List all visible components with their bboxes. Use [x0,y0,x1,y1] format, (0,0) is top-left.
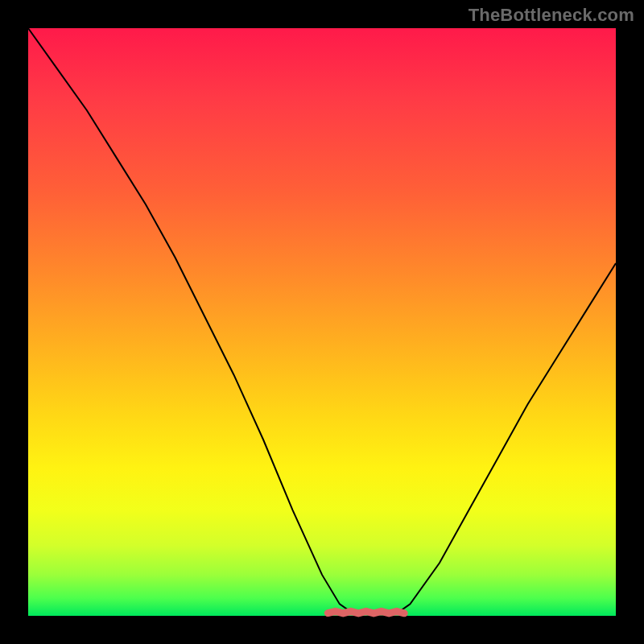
bottleneck-curve [28,28,616,615]
watermark-text: TheBottleneck.com [469,5,634,26]
chart-frame: TheBottleneck.com [0,0,644,644]
chart-svg [28,28,616,616]
optimal-range-marker [328,611,404,613]
